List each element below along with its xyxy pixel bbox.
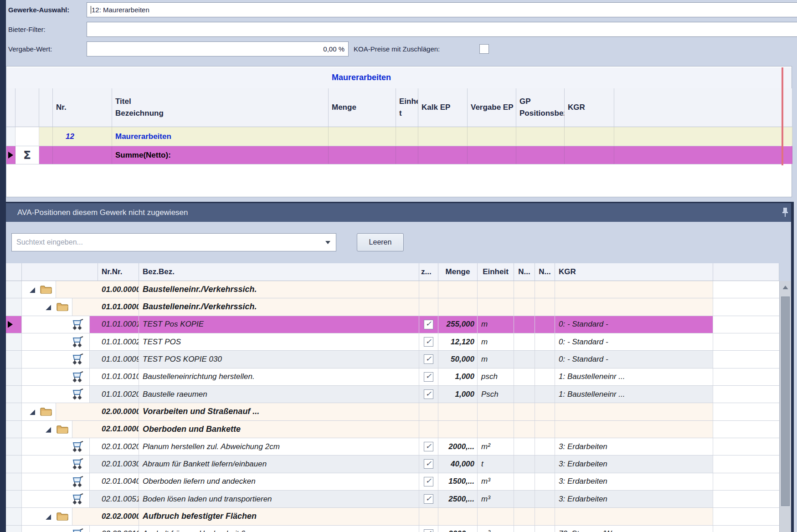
group-row[interactable]: 02.02.0000Aufbruch befestigter Flächen (6, 508, 779, 525)
row-fill (89, 368, 98, 385)
position-cell (22, 316, 98, 333)
gewerk-cell (39, 146, 53, 164)
group-row[interactable]: 02.00.0000Vorarbeiten und Straßenauf ... (6, 403, 779, 420)
gewerk-titel-cell: Summe(Netto): (112, 146, 329, 164)
position-row[interactable]: 01.01.0002TEST POS✓12,120m0: - Standard … (6, 333, 779, 351)
sum-row[interactable]: ΣSumme(Netto): (6, 146, 783, 164)
position-row[interactable]: 02.02.0010Asphalt fräsen - Unebenheit 6 … (6, 526, 779, 532)
position-row[interactable]: 01.01.0010Baustelleneinrichtung herstell… (6, 368, 779, 386)
position-cell (514, 508, 535, 525)
bieter-filter-input[interactable] (87, 22, 797, 37)
zugewiesen-checkbox[interactable]: ✓ (424, 442, 433, 451)
zugewiesen-checkbox[interactable]: ✓ (424, 320, 433, 329)
position-row[interactable]: 01.01.0001TEST Pos KOPIE✓255,000m0: - St… (6, 316, 779, 333)
position-row[interactable]: 02.01.0020Planum herstellen zul. Abweich… (6, 438, 779, 455)
pin-icon[interactable] (782, 207, 789, 218)
position-row[interactable]: 01.01.0020Baustelle raeumen✓1,000Psch1: … (6, 386, 779, 403)
zugewiesen-checkbox[interactable]: ✓ (424, 389, 433, 399)
position-cell (535, 421, 555, 438)
vertical-scrollbar[interactable] (779, 281, 791, 532)
position-menge-cell: 1500,... (438, 473, 478, 490)
position-cell (514, 455, 535, 472)
position-cell: ✓ (419, 333, 438, 350)
koa-preise-checkbox[interactable] (479, 44, 489, 54)
application-window: Gewerke-Auswahl: 12: Maurerarbeiten Biet… (0, 0, 797, 532)
position-row[interactable]: 02.01.0051Boden lösen laden und transpor… (6, 491, 779, 508)
cart-icon (71, 458, 84, 470)
gewerk-cell (53, 146, 112, 164)
zugewiesen-checkbox[interactable]: ✓ (424, 494, 433, 504)
position-cell (514, 298, 535, 315)
position-cell (419, 281, 438, 298)
gewerk-cell (614, 146, 792, 164)
position-nr-cell: 02.02.0010 (98, 526, 139, 532)
position-kgr-cell: 3: Erdarbeiten (555, 438, 713, 455)
search-combobox[interactable]: Suchtext eingeben... (11, 233, 336, 251)
position-einheit-cell: psch (478, 368, 514, 385)
cart-icon (71, 388, 84, 400)
position-cell (22, 455, 98, 472)
position-cell (514, 333, 535, 350)
gewerke-auswahl-input[interactable]: 12: Maurerarbeiten (87, 2, 797, 17)
group-row[interactable]: 02.01.0000Oberboden und Bankette (6, 421, 779, 438)
position-row[interactable]: 01.01.0009TEST POS KOPIE 030✓50,000m0: -… (6, 351, 779, 368)
zugewiesen-checkbox[interactable]: ✓ (424, 337, 433, 347)
position-cell (6, 351, 22, 368)
position-cell (713, 421, 779, 438)
vergabe-wert-input[interactable]: 0,00 % (87, 41, 349, 56)
scroll-up-button[interactable] (780, 281, 791, 294)
position-cell (713, 386, 779, 403)
position-cell (713, 455, 779, 472)
zugewiesen-checkbox[interactable]: ✓ (424, 477, 433, 486)
position-menge-cell: 255,000 (438, 316, 478, 333)
cart-icon (71, 440, 84, 453)
gewerk-cell (15, 127, 39, 146)
row-fill (89, 333, 98, 350)
position-menge-cell: 1,000 (438, 386, 478, 403)
position-cell (419, 421, 438, 438)
position-row[interactable]: 02.01.0030Abraum für Bankett liefern/ein… (6, 455, 779, 473)
position-cell (22, 508, 98, 525)
position-nr-cell: 02.00.0000 (98, 403, 139, 420)
position-cell (22, 421, 98, 438)
gewerk-cell (614, 127, 792, 146)
position-cell (535, 368, 555, 385)
vergabe-wert-label: Vergabe-Wert: (8, 41, 52, 57)
group-row[interactable]: 01.01.0000Baustelleneinr./Verkehrssich. (6, 298, 779, 316)
gewerk-cell (418, 127, 468, 146)
position-cell (713, 281, 779, 298)
gewerk-title-row[interactable]: 12Maurerarbeiten (6, 127, 783, 146)
position-einheit-cell: t (478, 455, 514, 472)
position-cell: ✓ (419, 386, 438, 403)
position-menge-cell: 2500,... (438, 491, 478, 507)
gewerk-cell (329, 127, 396, 146)
position-cell (22, 473, 98, 490)
position-cell (6, 333, 22, 350)
zugewiesen-checkbox[interactable]: ✓ (424, 529, 433, 532)
expand-collapse-icon[interactable] (30, 287, 35, 293)
zugewiesen-checkbox[interactable]: ✓ (424, 354, 433, 364)
chevron-down-icon[interactable] (325, 241, 330, 244)
folder-icon (57, 425, 68, 434)
position-cell (514, 316, 535, 333)
scrollbar-thumb[interactable] (781, 297, 790, 506)
position-kgr-cell: 3: Erdarbeiten (555, 473, 713, 490)
position-cell: ✓ (419, 351, 438, 368)
expand-collapse-icon[interactable] (46, 427, 51, 433)
zugewiesen-checkbox[interactable]: ✓ (424, 372, 433, 382)
expand-collapse-icon[interactable] (30, 409, 35, 415)
position-bez-cell: Asphalt fräsen - Unebenheit 6 mm (139, 526, 419, 532)
row-fill (56, 281, 98, 298)
position-cell (535, 473, 555, 490)
ava-panel-border-right (791, 202, 794, 532)
zugewiesen-checkbox[interactable]: ✓ (424, 459, 433, 469)
clear-search-button[interactable]: Leeren (357, 233, 404, 251)
position-cell (514, 386, 535, 403)
expand-collapse-icon[interactable] (46, 305, 51, 310)
position-cell (535, 438, 555, 455)
group-row[interactable]: 01.00.0000Baustelleneinr./Verkehrssich. (6, 281, 779, 298)
position-row[interactable]: 02.01.0040Oberboden liefern und andecken… (6, 473, 779, 491)
position-bez-cell: Oberboden und Bankette (139, 421, 419, 438)
expand-collapse-icon[interactable] (46, 514, 51, 520)
row-fill (89, 526, 98, 532)
